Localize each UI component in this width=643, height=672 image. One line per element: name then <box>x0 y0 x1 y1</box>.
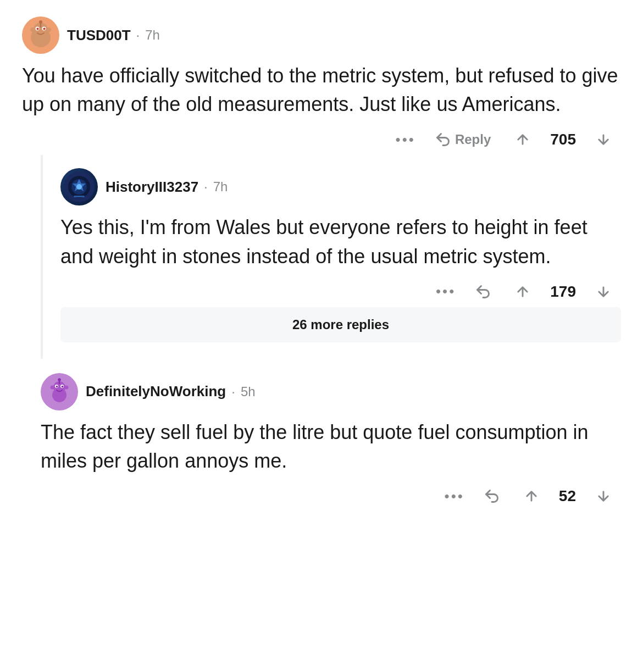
avatar-tusd00t <box>22 16 59 54</box>
comment-tusd00t: TUSD00T · 7h You have officially switche… <box>22 16 621 368</box>
dot-historylll: · <box>204 179 208 195</box>
svg-point-2 <box>30 27 36 32</box>
svg-point-19 <box>51 385 56 389</box>
svg-point-9 <box>39 20 42 24</box>
svg-point-6 <box>37 28 39 30</box>
avatar-definitelynoworking <box>41 373 78 410</box>
dot-definitelynoworking: · <box>231 384 235 399</box>
svg-point-14 <box>76 184 82 190</box>
user-info-tusd00t: TUSD00T · 7h <box>67 27 160 44</box>
username-tusd00t: TUSD00T <box>67 27 131 44</box>
dot-tusd00t: · <box>136 27 140 43</box>
comment-definitelynoworking: DefinitelyNoWorking · 5h The fact they s… <box>41 373 621 506</box>
comment-body-tusd00t: You have officially switched to the metr… <box>22 62 621 119</box>
avatar-icon-tusd00t <box>25 20 56 51</box>
downvote-button-definitelynoworking[interactable] <box>591 486 616 506</box>
reply-icon-tusd00t <box>435 132 451 147</box>
upvote-icon-historylll <box>515 284 530 299</box>
comment-actions-tusd00t: ••• Reply 705 <box>22 130 621 149</box>
reply-button-definitelynoworking[interactable] <box>480 486 504 506</box>
downvote-icon-historylll <box>596 284 611 299</box>
reply-icon-definitelynoworking <box>484 488 500 504</box>
vote-count-tusd00t: 705 <box>550 131 576 148</box>
more-options-historylll[interactable]: ••• <box>436 283 456 300</box>
comment-header-definitelynoworking: DefinitelyNoWorking · 5h <box>41 373 621 410</box>
upvote-button-definitelynoworking[interactable] <box>519 486 544 506</box>
comment-header-tusd00t: TUSD00T · 7h <box>22 16 621 54</box>
downvote-button-historylll[interactable] <box>591 282 616 302</box>
more-replies-button[interactable]: 26 more replies <box>60 307 621 342</box>
svg-point-3 <box>46 27 51 32</box>
comment-actions-definitelynoworking: ••• 52 <box>41 486 621 506</box>
downvote-icon-tusd00t <box>596 132 611 147</box>
thread-tusd00t: HistoryIII3237 · 7h Yes this, I'm from W… <box>41 155 621 358</box>
vote-count-definitelynoworking: 52 <box>559 487 576 505</box>
upvote-icon-tusd00t <box>515 132 530 147</box>
svg-point-24 <box>62 385 64 387</box>
svg-point-20 <box>64 385 69 389</box>
avatar-historylll <box>60 168 98 206</box>
user-info-historylll: HistoryIII3237 · 7h <box>106 179 228 196</box>
comment-body-definitelynoworking: The fact they sell fuel by the litre but… <box>41 418 621 475</box>
comment-body-historylll: Yes this, I'm from Wales but everyone re… <box>60 213 621 270</box>
svg-rect-15 <box>74 196 85 197</box>
upvote-icon-definitelynoworking <box>524 488 539 504</box>
reply-icon-historylll <box>475 284 491 299</box>
comment-actions-historylll: ••• 179 <box>60 282 621 302</box>
avatar-icon-definitelynoworking <box>44 376 75 407</box>
more-options-definitelynoworking[interactable]: ••• <box>445 488 464 505</box>
downvote-button-tusd00t[interactable] <box>591 130 616 149</box>
upvote-button-tusd00t[interactable] <box>511 130 535 149</box>
timestamp-tusd00t: 7h <box>145 27 160 43</box>
more-options-tusd00t[interactable]: ••• <box>396 131 415 148</box>
comment-historylll: HistoryIII3237 · 7h Yes this, I'm from W… <box>60 168 621 347</box>
reply-button-historylll[interactable] <box>471 282 495 302</box>
svg-point-7 <box>43 28 46 30</box>
user-info-definitelynoworking: DefinitelyNoWorking · 5h <box>86 383 256 400</box>
svg-point-26 <box>58 378 61 381</box>
username-historylll: HistoryIII3237 <box>106 179 198 196</box>
avatar-icon-historylll <box>64 171 95 202</box>
reply-button-tusd00t[interactable]: Reply <box>431 130 495 149</box>
timestamp-definitelynoworking: 5h <box>241 384 256 399</box>
downvote-icon-definitelynoworking <box>596 488 611 504</box>
svg-point-23 <box>56 385 58 387</box>
timestamp-historylll: 7h <box>213 179 228 195</box>
username-definitelynoworking: DefinitelyNoWorking <box>86 383 226 400</box>
reply-label-tusd00t: Reply <box>455 132 491 147</box>
vote-count-historylll: 179 <box>550 283 576 301</box>
comment-header-historylll: HistoryIII3237 · 7h <box>60 168 621 206</box>
upvote-button-historylll[interactable] <box>511 282 535 302</box>
